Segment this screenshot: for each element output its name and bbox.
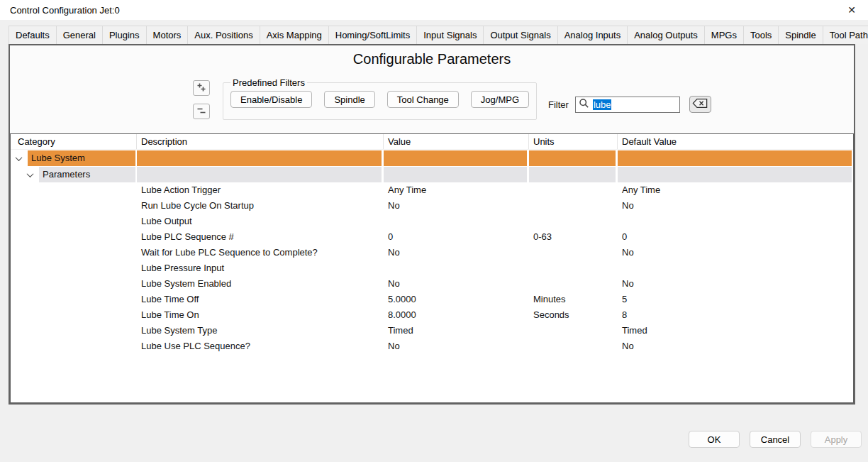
- backspace-icon: [692, 98, 708, 111]
- collapse-all-icon: [196, 106, 206, 118]
- clear-filter-button[interactable]: [689, 96, 711, 113]
- category-label: Parameters: [39, 167, 135, 182]
- tree-buttons: [193, 80, 210, 123]
- collapse-all-button[interactable]: [193, 104, 210, 119]
- default-value-cell: Any Time: [618, 182, 853, 198]
- value-cell[interactable]: [384, 214, 529, 229]
- description-cell: Wait for Lube PLC Sequence to Complete?: [137, 245, 384, 260]
- value-cell[interactable]: Any Time: [384, 182, 529, 198]
- tab[interactable]: Tools: [743, 26, 779, 44]
- chevron-down-icon[interactable]: [27, 170, 34, 177]
- table-row[interactable]: Lube Use PLC Sequence? No No: [11, 339, 853, 354]
- dialog-button[interactable]: OK: [689, 431, 740, 448]
- units-cell: Minutes: [529, 292, 618, 307]
- value-cell[interactable]: No: [384, 339, 529, 354]
- default-value-cell: No: [618, 245, 853, 260]
- table-row[interactable]: Run Lube Cycle On Startup No No: [11, 198, 853, 214]
- table-row[interactable]: Lube PLC Sequence # 0 0-63 0: [11, 229, 853, 245]
- table-row[interactable]: Lube Pressure Input: [11, 260, 853, 276]
- predefined-filter-button[interactable]: Enable/Disable: [230, 91, 312, 108]
- category-cell: [11, 260, 137, 276]
- expand-all-icon: [196, 82, 206, 94]
- tab[interactable]: Aux. Positions: [187, 26, 260, 44]
- predefined-filter-button[interactable]: Tool Change: [387, 91, 459, 108]
- table-row[interactable]: Lube System Enabled No No: [11, 276, 853, 292]
- default-value-cell: 5: [618, 292, 853, 307]
- search-icon: [579, 98, 589, 111]
- dialog-button[interactable]: Cancel: [750, 431, 801, 448]
- chevron-down-icon[interactable]: [16, 154, 23, 161]
- table-row[interactable]: Lube Action Trigger Any Time Any Time: [11, 182, 853, 198]
- units-cell: [529, 260, 618, 276]
- dialog-button[interactable]: Apply: [811, 431, 862, 448]
- tab[interactable]: Motors: [146, 26, 189, 44]
- tab[interactable]: Axis Mapping: [260, 26, 329, 44]
- category-cell: [11, 229, 137, 245]
- filter-area: Filter lube: [548, 96, 711, 113]
- table-row[interactable]: Lube Time On 8.0000 Seconds 8: [11, 307, 853, 323]
- column-header[interactable]: Units: [529, 134, 618, 149]
- units-cell: [529, 339, 618, 354]
- default-value-cell: [618, 260, 853, 276]
- table-row[interactable]: Lube System Type Timed Timed: [11, 323, 853, 339]
- table-row[interactable]: Lube Time Off 5.0000 Minutes 5: [11, 292, 853, 307]
- units-cell: [529, 245, 618, 260]
- tab[interactable]: General: [56, 26, 103, 44]
- tab[interactable]: Plugins: [102, 26, 147, 44]
- default-value-cell: [618, 214, 853, 229]
- predefined-filter-button[interactable]: Jog/MPG: [471, 91, 529, 108]
- value-cell[interactable]: No: [384, 276, 529, 292]
- category-label: Lube System: [28, 150, 135, 166]
- expand-all-button[interactable]: [193, 80, 210, 96]
- tab[interactable]: Homing/SoftLimits: [328, 26, 417, 44]
- titlebar: Control Configuration Jet:0 ✕: [0, 0, 868, 20]
- predefined-filter-button[interactable]: Spindle: [324, 91, 374, 108]
- table-row[interactable]: Wait for Lube PLC Sequence to Complete? …: [11, 245, 853, 260]
- tab[interactable]: Defaults: [9, 26, 57, 44]
- category-cell: Parameters: [11, 167, 137, 182]
- row-band: [137, 167, 382, 182]
- category-cell: [11, 292, 137, 307]
- filter-search-input[interactable]: lube: [575, 97, 680, 113]
- column-header[interactable]: Default Value: [618, 134, 853, 149]
- units-cell: [529, 182, 618, 198]
- description-cell: Lube Pressure Input: [137, 260, 384, 276]
- row-band: [618, 167, 852, 182]
- value-cell[interactable]: [384, 260, 529, 276]
- footer-buttons: OK Cancel Apply: [689, 431, 862, 448]
- tab[interactable]: MPGs: [704, 26, 744, 44]
- value-cell[interactable]: 8.0000: [384, 307, 529, 323]
- value-cell[interactable]: 0: [384, 229, 529, 245]
- value-cell[interactable]: No: [384, 245, 529, 260]
- units-cell: 0-63: [529, 229, 618, 245]
- tab[interactable]: Input Signals: [416, 26, 484, 44]
- tab[interactable]: Analog Outputs: [627, 26, 705, 44]
- column-header[interactable]: Description: [137, 134, 384, 149]
- filter-label: Filter: [548, 99, 569, 110]
- tree-row[interactable]: Lube System: [11, 150, 853, 166]
- predefined-filter-buttons: Enable/Disable Spindle Tool Change Jog/M…: [230, 91, 529, 108]
- tree-row[interactable]: Parameters: [11, 167, 853, 182]
- value-cell[interactable]: 5.0000: [384, 292, 529, 307]
- description-cell: Lube System Enabled: [137, 276, 384, 292]
- default-value-cell: 0: [618, 229, 853, 245]
- category-cell: [11, 198, 137, 214]
- tab[interactable]: Output Signals: [483, 26, 557, 44]
- table-row[interactable]: Lube Output: [11, 214, 853, 229]
- description-cell: Lube System Type: [137, 323, 384, 339]
- column-header[interactable]: Value: [384, 134, 529, 149]
- settings-panel: Configurable Parameters: [9, 44, 855, 405]
- value-cell[interactable]: Timed: [384, 323, 529, 339]
- close-icon[interactable]: ✕: [842, 2, 861, 18]
- description-cell: Lube Time Off: [137, 292, 384, 307]
- description-cell: Lube Action Trigger: [137, 182, 384, 198]
- column-header[interactable]: Category: [11, 134, 137, 149]
- table-header: Category Description Value Units Default…: [11, 134, 853, 150]
- tab[interactable]: Tool Path: [823, 26, 868, 44]
- description-cell: Lube Use PLC Sequence?: [137, 339, 384, 354]
- value-cell[interactable]: No: [384, 198, 529, 214]
- units-cell: Seconds: [529, 307, 618, 323]
- tab[interactable]: Spindle: [778, 26, 823, 44]
- units-cell: [529, 198, 618, 214]
- tab[interactable]: Analog Inputs: [557, 26, 628, 44]
